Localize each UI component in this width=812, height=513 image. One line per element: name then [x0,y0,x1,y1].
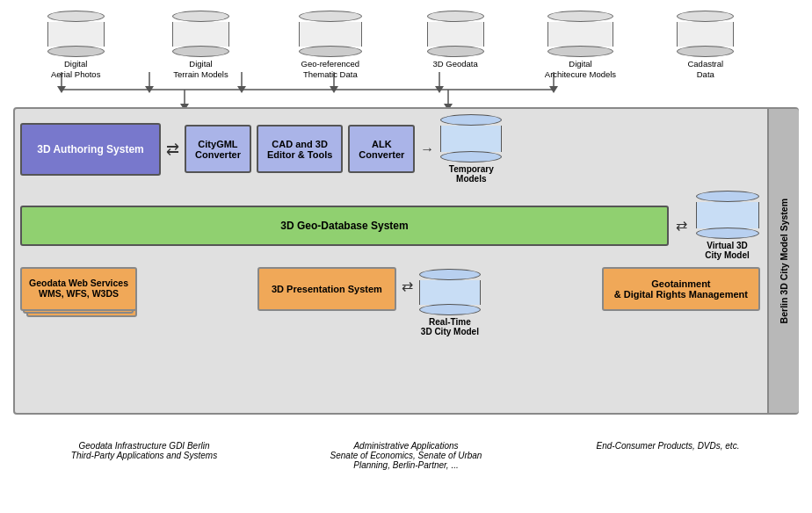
source-label-architecture: DigitalArchitecure Models [545,59,616,81]
svg-marker-1 [57,86,66,93]
bidir-arrow-authoring-citygml: ⇄ [166,140,179,159]
realtime-label: Real-Time3D City Model [421,317,479,336]
main-system-box: Berlin 3D City Model System 3D Authoring… [13,107,799,415]
data-source-architecture: DigitalArchitecure Models [536,11,624,81]
source-label-3dgeodata: 3D Geodata [433,59,478,69]
temp-models-label: TemporaryModels [449,164,494,184]
citygml-converter-box: CityGMLConverter [185,125,251,173]
geodata-services-box: Geodata Web ServicesWMS, WFS, W3DS [20,267,137,311]
realtime-city-model-cylinder: Real-Time3D City Model [418,269,482,336]
system-title-label: Berlin 3D City Model System [767,109,799,413]
svg-marker-3 [145,86,154,93]
source-label-thematic: Geo-referencedThematic Data [301,59,360,81]
presentation-system-box: 3D Presentation System [257,267,396,311]
data-source-aerial: DigitalAerial Photos [36,11,115,81]
svg-marker-9 [435,86,444,93]
cad-editor-box: CAD and 3DEditor & Tools [257,125,343,173]
svg-marker-7 [330,86,338,93]
source-label-cadastral: CadastralData [687,59,723,81]
data-source-terrain: DigitalTerrain Models [161,11,240,81]
bidir-arrow-geo-virtual: ⇄ [676,217,687,234]
data-source-thematic: Geo-referencedThematic Data [286,11,374,81]
temporary-models-cylinder: TemporaryModels [439,114,503,184]
arrow-to-temp: → [420,141,434,157]
geodatabase-box: 3D Geo-Database System [20,206,669,246]
footer-center: Administrative ApplicationsSenate of Eco… [275,429,537,470]
data-source-3dgeodata: 3D Geodata [420,11,490,69]
source-label-terrain: DigitalTerrain Models [173,59,228,81]
bidir-arrow-presentation-realtime: ⇄ [402,267,413,294]
svg-marker-5 [237,86,246,93]
virtual-city-model-cylinder: Virtual 3DCity Model [694,191,760,260]
footer-left: Geodata Infrastructure GDI BerlinThird-P… [13,429,275,460]
geotainment-box: Geotainment& Digital Rights Management [602,267,760,311]
data-source-cadastral: CadastralData [671,11,741,81]
source-label-aerial: DigitalAerial Photos [51,59,101,81]
alk-converter-box: ALKConverter [348,125,415,173]
svg-marker-11 [549,86,558,93]
geodata-services-stacked: Geodata Web ServicesWMS, WFS, W3DS [20,267,137,311]
virtual-model-label: Virtual 3DCity Model [705,241,750,260]
authoring-system-box: 3D Authoring System [20,123,161,176]
footer-right: End-Consumer Products, DVDs, etc. [537,429,799,451]
